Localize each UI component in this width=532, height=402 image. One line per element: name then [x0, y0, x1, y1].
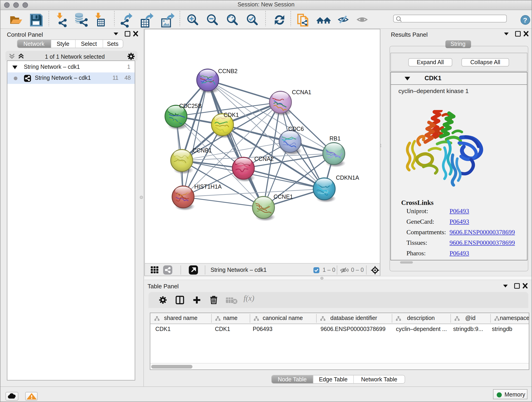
svg-text:HIST1H1A: HIST1H1A: [194, 183, 222, 190]
svg-text:CDC6: CDC6: [288, 126, 304, 132]
svg-text:CCNB2: CCNB2: [218, 68, 238, 74]
svg-text:RB1: RB1: [329, 135, 341, 142]
svg-text:CDKN1A: CDKN1A: [336, 174, 359, 181]
svg-text:CDC25B: CDC25B: [179, 103, 202, 109]
svg-text:CCNA2: CCNA2: [254, 156, 274, 162]
svg-text:CCNB1: CCNB1: [192, 147, 212, 153]
svg-text:CCNA1: CCNA1: [292, 89, 311, 95]
svg-text:CDK1: CDK1: [224, 112, 239, 118]
svg-text:CCNE1: CCNE1: [273, 193, 293, 200]
